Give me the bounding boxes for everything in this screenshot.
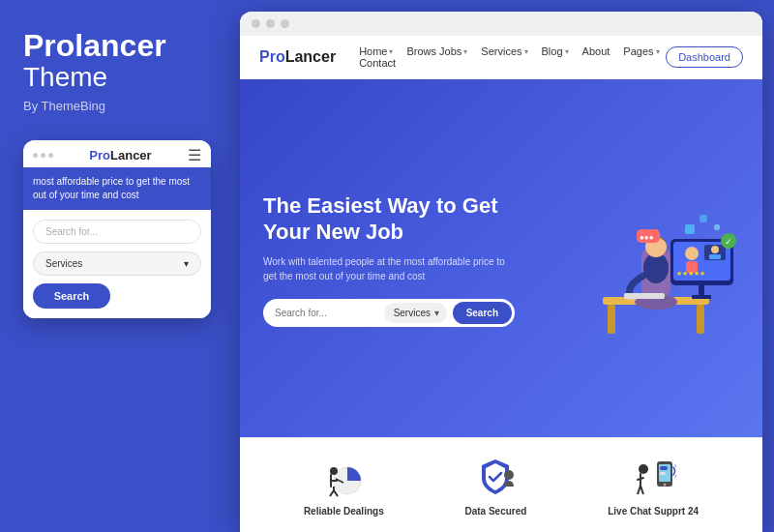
product-name: Prolancer Theme (23, 29, 217, 93)
mobile-hero-text: most affordable price to get the most ou… (23, 167, 211, 210)
hero-subtitle: Work with talented people at the most af… (263, 254, 515, 283)
features-section: Reliable Dealings Data Secured (240, 437, 762, 532)
svg-point-38 (664, 484, 667, 487)
mobile-services-label: Services (45, 258, 82, 269)
dashboard-button[interactable]: Dashboard (666, 46, 743, 68)
browser-mockup: ProLancer Home ▾ Brows Jobs ▾ Services ▾… (240, 12, 762, 532)
svg-text:✓: ✓ (725, 237, 732, 247)
hero-section: The Easiest Way to Get Your New Job Work… (240, 79, 762, 437)
left-title: Prolancer Theme By ThemeBing (23, 29, 217, 113)
nav-link-blog[interactable]: Blog ▾ (542, 45, 569, 57)
svg-rect-20 (700, 215, 707, 222)
chat-phone-icon (630, 454, 676, 500)
mobile-logo-pro: Pro (89, 148, 110, 163)
svg-text:★★★★★: ★★★★★ (676, 270, 705, 277)
hero-title: The Easiest Way to Get Your New Job (263, 193, 515, 245)
site-logo-lancer: Lancer (285, 48, 336, 65)
mobile-search-input[interactable]: Search for... (33, 220, 201, 244)
site-logo: ProLancer (259, 48, 336, 66)
nav-link-home[interactable]: Home ▾ (359, 45, 393, 57)
svg-rect-16 (699, 285, 704, 295)
svg-line-30 (334, 490, 338, 496)
svg-rect-2 (697, 305, 704, 334)
svg-rect-19 (685, 224, 695, 234)
nav-browsjobs-arrow-icon: ▾ (463, 47, 467, 56)
svg-point-32 (504, 470, 514, 480)
hero-services-select[interactable]: Services (384, 303, 447, 323)
mobile-dot-2 (41, 153, 45, 158)
svg-rect-21 (714, 224, 720, 230)
website-content: ProLancer Home ▾ Brows Jobs ▾ Services ▾… (240, 36, 762, 532)
svg-point-10 (685, 247, 699, 260)
svg-text:●●●: ●●● (640, 233, 654, 242)
svg-rect-18 (624, 293, 665, 299)
nav-link-contact[interactable]: Contact (359, 57, 396, 69)
nav-blog-arrow-icon: ▾ (565, 47, 569, 56)
shield-icon (472, 454, 519, 500)
feature-reliable-dealings: Reliable Dealings (304, 454, 384, 517)
nav-services-arrow-icon: ▾ (524, 47, 528, 56)
feature-reliable-label: Reliable Dealings (304, 506, 384, 517)
browser-chrome (240, 12, 762, 36)
nav-home-arrow-icon: ▾ (389, 47, 393, 56)
feature-live-chat: Live Chat Supprt 24 (608, 454, 699, 517)
browser-dot-2 (266, 19, 275, 28)
nav-link-brows-jobs[interactable]: Brows Jobs ▾ (406, 45, 467, 57)
product-subtitle: Theme (23, 63, 217, 93)
mobile-hamburger-icon[interactable]: ☰ (188, 148, 201, 163)
svg-line-35 (640, 486, 643, 494)
svg-rect-1 (608, 305, 615, 334)
nav-link-services[interactable]: Services ▾ (481, 45, 527, 57)
svg-point-27 (330, 467, 338, 475)
hero-illustration-svg: ★★★★★ ✓ (545, 171, 748, 345)
nav-pages-arrow-icon: ▾ (656, 47, 660, 56)
nav-link-pages[interactable]: Pages ▾ (623, 45, 659, 57)
mobile-search-area: Search for... Services ▾ Search (23, 210, 211, 318)
mobile-search-button[interactable]: Search (33, 283, 110, 309)
hero-illustration: ★★★★★ ✓ (540, 89, 753, 428)
feature-chat-label: Live Chat Supprt 24 (608, 506, 699, 517)
site-logo-pro: Pro (259, 48, 285, 65)
feature-data-secured: Data Secured (464, 454, 526, 517)
product-name-text: Prolancer (23, 28, 166, 63)
svg-point-14 (711, 246, 719, 253)
svg-rect-39 (660, 466, 668, 470)
mobile-services-select[interactable]: Services ▾ (33, 251, 201, 276)
mobile-topbar: ProLancer ☰ (23, 140, 211, 167)
mobile-mockup: ProLancer ☰ most affordable price to get… (23, 140, 211, 318)
feature-data-label: Data Secured (464, 506, 526, 517)
hero-search-button[interactable]: Search (453, 302, 512, 324)
mobile-logo: ProLancer (89, 148, 151, 163)
hero-search-input[interactable] (275, 308, 378, 318)
svg-rect-40 (660, 472, 666, 475)
nav-links: Home ▾ Brows Jobs ▾ Services ▾ Blog ▾ Ab… (359, 45, 666, 69)
svg-point-33 (639, 464, 648, 474)
browser-dot-1 (252, 19, 260, 28)
svg-rect-17 (692, 295, 711, 299)
mobile-logo-lancer: Lancer (110, 148, 152, 163)
left-panel: Prolancer Theme By ThemeBing ProLancer ☰… (0, 0, 240, 532)
hero-search-bar: Services Search (263, 299, 515, 327)
pie-chart-icon (320, 454, 367, 500)
mobile-select-arrow-icon: ▾ (184, 258, 189, 269)
browser-dot-3 (281, 19, 289, 28)
product-by: By ThemeBing (23, 99, 217, 113)
nav-link-about[interactable]: About (582, 45, 610, 57)
site-nav: ProLancer Home ▾ Brows Jobs ▾ Services ▾… (240, 36, 762, 79)
mobile-dots (33, 153, 53, 158)
svg-rect-15 (709, 254, 721, 259)
hero-services-wrapper: Services (384, 303, 447, 323)
hero-content: The Easiest Way to Get Your New Job Work… (263, 193, 515, 327)
mobile-dot-1 (33, 153, 38, 158)
mobile-dot-3 (48, 153, 53, 158)
